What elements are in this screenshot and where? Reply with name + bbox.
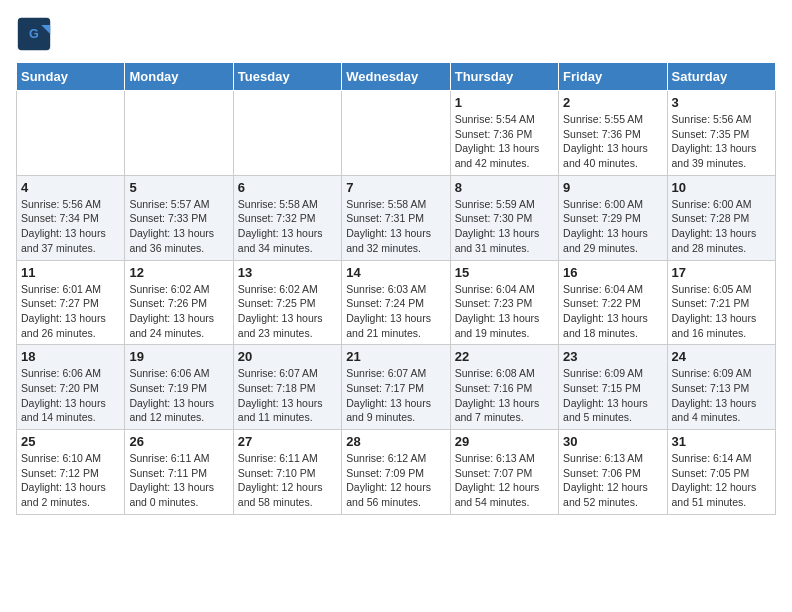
- calendar-cell: 23Sunrise: 6:09 AM Sunset: 7:15 PM Dayli…: [559, 345, 667, 430]
- calendar-cell: 2Sunrise: 5:55 AM Sunset: 7:36 PM Daylig…: [559, 91, 667, 176]
- calendar-header: SundayMondayTuesdayWednesdayThursdayFrid…: [17, 63, 776, 91]
- day-info: Sunrise: 6:13 AM Sunset: 7:07 PM Dayligh…: [455, 451, 554, 510]
- calendar-cell: 3Sunrise: 5:56 AM Sunset: 7:35 PM Daylig…: [667, 91, 775, 176]
- day-number: 8: [455, 180, 554, 195]
- calendar-cell: 7Sunrise: 5:58 AM Sunset: 7:31 PM Daylig…: [342, 175, 450, 260]
- calendar-cell: 5Sunrise: 5:57 AM Sunset: 7:33 PM Daylig…: [125, 175, 233, 260]
- day-info: Sunrise: 6:10 AM Sunset: 7:12 PM Dayligh…: [21, 451, 120, 510]
- day-info: Sunrise: 6:02 AM Sunset: 7:25 PM Dayligh…: [238, 282, 337, 341]
- day-info: Sunrise: 6:00 AM Sunset: 7:29 PM Dayligh…: [563, 197, 662, 256]
- header-row: SundayMondayTuesdayWednesdayThursdayFrid…: [17, 63, 776, 91]
- calendar-cell: 17Sunrise: 6:05 AM Sunset: 7:21 PM Dayli…: [667, 260, 775, 345]
- header-cell-wednesday: Wednesday: [342, 63, 450, 91]
- day-number: 29: [455, 434, 554, 449]
- day-info: Sunrise: 6:05 AM Sunset: 7:21 PM Dayligh…: [672, 282, 771, 341]
- header-cell-monday: Monday: [125, 63, 233, 91]
- day-number: 11: [21, 265, 120, 280]
- day-info: Sunrise: 5:57 AM Sunset: 7:33 PM Dayligh…: [129, 197, 228, 256]
- day-number: 2: [563, 95, 662, 110]
- day-info: Sunrise: 6:04 AM Sunset: 7:23 PM Dayligh…: [455, 282, 554, 341]
- day-info: Sunrise: 6:00 AM Sunset: 7:28 PM Dayligh…: [672, 197, 771, 256]
- day-info: Sunrise: 6:01 AM Sunset: 7:27 PM Dayligh…: [21, 282, 120, 341]
- day-number: 21: [346, 349, 445, 364]
- day-info: Sunrise: 5:59 AM Sunset: 7:30 PM Dayligh…: [455, 197, 554, 256]
- calendar-cell: 16Sunrise: 6:04 AM Sunset: 7:22 PM Dayli…: [559, 260, 667, 345]
- svg-text:G: G: [29, 27, 39, 41]
- day-number: 12: [129, 265, 228, 280]
- week-row: 4Sunrise: 5:56 AM Sunset: 7:34 PM Daylig…: [17, 175, 776, 260]
- day-info: Sunrise: 6:14 AM Sunset: 7:05 PM Dayligh…: [672, 451, 771, 510]
- day-number: 10: [672, 180, 771, 195]
- calendar-cell: 4Sunrise: 5:56 AM Sunset: 7:34 PM Daylig…: [17, 175, 125, 260]
- calendar-cell: 13Sunrise: 6:02 AM Sunset: 7:25 PM Dayli…: [233, 260, 341, 345]
- day-number: 26: [129, 434, 228, 449]
- day-info: Sunrise: 5:56 AM Sunset: 7:34 PM Dayligh…: [21, 197, 120, 256]
- calendar-cell: 21Sunrise: 6:07 AM Sunset: 7:17 PM Dayli…: [342, 345, 450, 430]
- logo-icon: G: [16, 16, 52, 52]
- day-info: Sunrise: 6:11 AM Sunset: 7:11 PM Dayligh…: [129, 451, 228, 510]
- day-info: Sunrise: 6:13 AM Sunset: 7:06 PM Dayligh…: [563, 451, 662, 510]
- calendar-cell: 24Sunrise: 6:09 AM Sunset: 7:13 PM Dayli…: [667, 345, 775, 430]
- calendar-cell: 29Sunrise: 6:13 AM Sunset: 7:07 PM Dayli…: [450, 430, 558, 515]
- header-cell-saturday: Saturday: [667, 63, 775, 91]
- day-number: 9: [563, 180, 662, 195]
- day-info: Sunrise: 5:55 AM Sunset: 7:36 PM Dayligh…: [563, 112, 662, 171]
- day-info: Sunrise: 6:02 AM Sunset: 7:26 PM Dayligh…: [129, 282, 228, 341]
- day-number: 28: [346, 434, 445, 449]
- calendar-cell: 19Sunrise: 6:06 AM Sunset: 7:19 PM Dayli…: [125, 345, 233, 430]
- week-row: 1Sunrise: 5:54 AM Sunset: 7:36 PM Daylig…: [17, 91, 776, 176]
- calendar-cell: 31Sunrise: 6:14 AM Sunset: 7:05 PM Dayli…: [667, 430, 775, 515]
- calendar-cell: 28Sunrise: 6:12 AM Sunset: 7:09 PM Dayli…: [342, 430, 450, 515]
- calendar-cell: 30Sunrise: 6:13 AM Sunset: 7:06 PM Dayli…: [559, 430, 667, 515]
- calendar-cell: 9Sunrise: 6:00 AM Sunset: 7:29 PM Daylig…: [559, 175, 667, 260]
- calendar-cell: 6Sunrise: 5:58 AM Sunset: 7:32 PM Daylig…: [233, 175, 341, 260]
- calendar-cell: 11Sunrise: 6:01 AM Sunset: 7:27 PM Dayli…: [17, 260, 125, 345]
- calendar-cell: 25Sunrise: 6:10 AM Sunset: 7:12 PM Dayli…: [17, 430, 125, 515]
- day-number: 7: [346, 180, 445, 195]
- day-number: 31: [672, 434, 771, 449]
- day-number: 3: [672, 95, 771, 110]
- day-number: 19: [129, 349, 228, 364]
- day-info: Sunrise: 5:54 AM Sunset: 7:36 PM Dayligh…: [455, 112, 554, 171]
- week-row: 11Sunrise: 6:01 AM Sunset: 7:27 PM Dayli…: [17, 260, 776, 345]
- day-number: 25: [21, 434, 120, 449]
- calendar-cell: [125, 91, 233, 176]
- day-number: 30: [563, 434, 662, 449]
- day-number: 17: [672, 265, 771, 280]
- day-info: Sunrise: 6:04 AM Sunset: 7:22 PM Dayligh…: [563, 282, 662, 341]
- calendar-table: SundayMondayTuesdayWednesdayThursdayFrid…: [16, 62, 776, 515]
- day-info: Sunrise: 6:06 AM Sunset: 7:20 PM Dayligh…: [21, 366, 120, 425]
- day-info: Sunrise: 6:08 AM Sunset: 7:16 PM Dayligh…: [455, 366, 554, 425]
- day-info: Sunrise: 5:58 AM Sunset: 7:31 PM Dayligh…: [346, 197, 445, 256]
- calendar-cell: 15Sunrise: 6:04 AM Sunset: 7:23 PM Dayli…: [450, 260, 558, 345]
- calendar-cell: 1Sunrise: 5:54 AM Sunset: 7:36 PM Daylig…: [450, 91, 558, 176]
- day-info: Sunrise: 6:07 AM Sunset: 7:18 PM Dayligh…: [238, 366, 337, 425]
- calendar-body: 1Sunrise: 5:54 AM Sunset: 7:36 PM Daylig…: [17, 91, 776, 515]
- day-number: 1: [455, 95, 554, 110]
- day-info: Sunrise: 6:12 AM Sunset: 7:09 PM Dayligh…: [346, 451, 445, 510]
- calendar-cell: 27Sunrise: 6:11 AM Sunset: 7:10 PM Dayli…: [233, 430, 341, 515]
- header-cell-thursday: Thursday: [450, 63, 558, 91]
- day-info: Sunrise: 6:03 AM Sunset: 7:24 PM Dayligh…: [346, 282, 445, 341]
- page-header: G: [16, 16, 776, 52]
- day-info: Sunrise: 6:09 AM Sunset: 7:13 PM Dayligh…: [672, 366, 771, 425]
- day-number: 27: [238, 434, 337, 449]
- day-number: 13: [238, 265, 337, 280]
- calendar-cell: 26Sunrise: 6:11 AM Sunset: 7:11 PM Dayli…: [125, 430, 233, 515]
- calendar-cell: 22Sunrise: 6:08 AM Sunset: 7:16 PM Dayli…: [450, 345, 558, 430]
- day-info: Sunrise: 6:06 AM Sunset: 7:19 PM Dayligh…: [129, 366, 228, 425]
- day-number: 6: [238, 180, 337, 195]
- logo: G: [16, 16, 56, 52]
- header-cell-sunday: Sunday: [17, 63, 125, 91]
- day-number: 20: [238, 349, 337, 364]
- calendar-cell: 12Sunrise: 6:02 AM Sunset: 7:26 PM Dayli…: [125, 260, 233, 345]
- day-number: 14: [346, 265, 445, 280]
- day-info: Sunrise: 6:07 AM Sunset: 7:17 PM Dayligh…: [346, 366, 445, 425]
- calendar-cell: [342, 91, 450, 176]
- calendar-cell: 10Sunrise: 6:00 AM Sunset: 7:28 PM Dayli…: [667, 175, 775, 260]
- day-number: 23: [563, 349, 662, 364]
- day-number: 4: [21, 180, 120, 195]
- calendar-cell: 18Sunrise: 6:06 AM Sunset: 7:20 PM Dayli…: [17, 345, 125, 430]
- calendar-cell: 20Sunrise: 6:07 AM Sunset: 7:18 PM Dayli…: [233, 345, 341, 430]
- day-number: 24: [672, 349, 771, 364]
